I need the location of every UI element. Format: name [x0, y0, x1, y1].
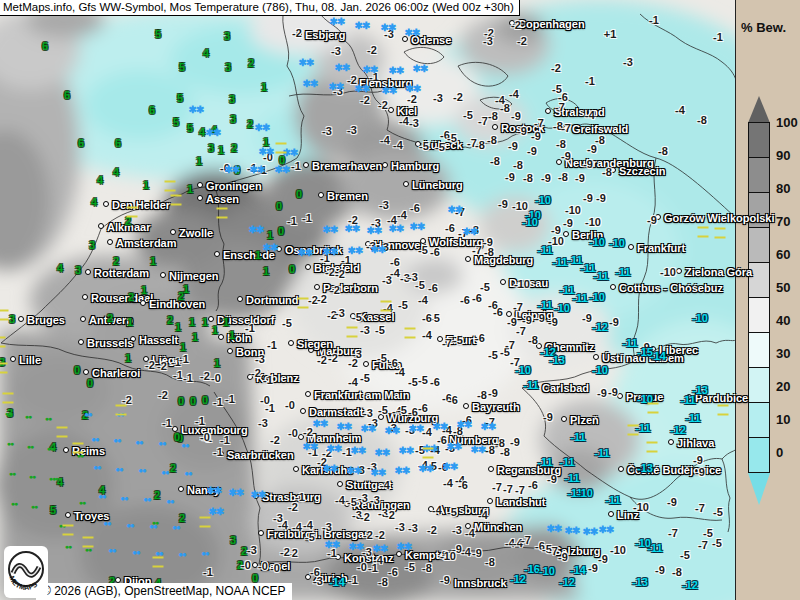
cloud-cover-field — [0, 0, 736, 600]
colorbar-segment — [748, 367, 770, 403]
metmaps-logo: METMAPS — [4, 546, 48, 598]
map-title-bar: MetMaps.info, Gfs WW-Symbol, Mos Tempera… — [0, 0, 520, 16]
map-canvas[interactable] — [0, 0, 736, 600]
colorbar-segment — [748, 122, 770, 158]
colorbar-segment — [748, 262, 770, 298]
colorbar-tick-label: 50 — [776, 280, 790, 295]
colorbar-tick-label: 60 — [776, 247, 790, 262]
colorbar-arrow-down — [748, 473, 770, 505]
cloud-cover-colorbar — [748, 96, 770, 505]
colorbar-tick-label: 100 — [776, 115, 798, 130]
colorbar-segment — [748, 437, 770, 473]
colorbar-segment — [748, 157, 770, 193]
colorbar-tick-label: 20 — [776, 379, 790, 394]
colorbar-tick-label: 40 — [776, 313, 790, 328]
attribution-line[interactable]: © 2026 (AGB), OpenStreetMap, NOAA NCEP — [36, 583, 292, 600]
colorbar-title: % Bew. — [741, 20, 786, 35]
colorbar-tick-label: 80 — [776, 181, 790, 196]
colorbar-tick-label: 90 — [776, 148, 790, 163]
colorbar-arrow-up — [748, 96, 770, 123]
colorbar-panel: % Bew. 1009080706050403020100 — [735, 0, 800, 600]
colorbar-tick-label: 30 — [776, 346, 790, 361]
colorbar-tick-label: 0 — [776, 445, 783, 460]
colorbar-segment — [748, 332, 770, 368]
colorbar-tick-label: 10 — [776, 412, 790, 427]
colorbar-segment — [748, 297, 770, 333]
weather-map-screenshot: % Bew. 1009080706050403020100 EsbjergOde… — [0, 0, 800, 600]
colorbar-segment — [748, 192, 770, 228]
colorbar-segment — [748, 227, 770, 263]
colorbar-segment — [748, 402, 770, 438]
colorbar-tick-label: 70 — [776, 214, 790, 229]
